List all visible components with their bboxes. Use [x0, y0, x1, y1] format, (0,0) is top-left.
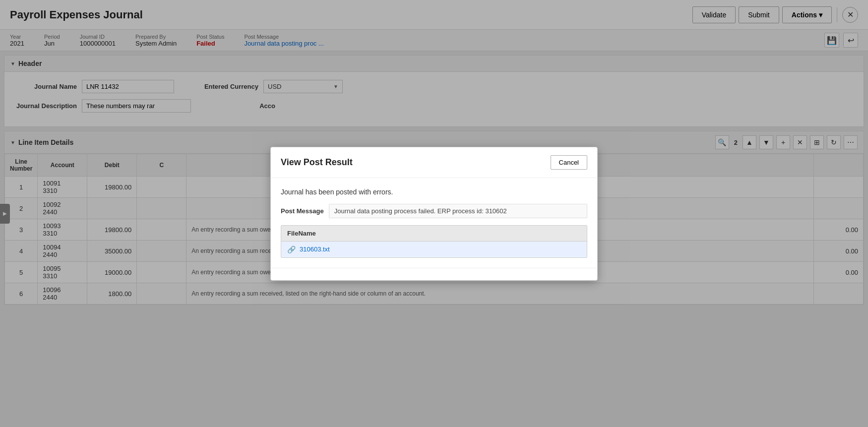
- modal-overlay[interactable]: View Post Result Cancel Journal has been…: [0, 0, 868, 309]
- modal-post-message-value: Journal data posting process failed. ERP…: [329, 204, 587, 218]
- modal-body: Journal has been posted with errors. Pos…: [271, 178, 597, 268]
- modal-footer: [271, 268, 597, 280]
- modal-dialog: View Post Result Cancel Journal has been…: [270, 147, 598, 281]
- modal-post-message-label: Post Message: [281, 207, 324, 215]
- modal-file-row[interactable]: 🔗 310603.txt: [281, 242, 587, 257]
- attachment-icon: 🔗: [287, 245, 296, 253]
- file-link[interactable]: 310603.txt: [300, 245, 330, 253]
- modal-file-table: FileName 🔗 310603.txt: [281, 225, 587, 258]
- modal-post-message-row: Post Message Journal data posting proces…: [281, 204, 587, 218]
- modal-file-table-header: FileName: [281, 226, 587, 242]
- modal-cancel-button[interactable]: Cancel: [551, 155, 587, 170]
- modal-title: View Post Result: [281, 157, 353, 168]
- modal-message: Journal has been posted with errors.: [281, 188, 587, 196]
- modal-header: View Post Result Cancel: [271, 147, 597, 178]
